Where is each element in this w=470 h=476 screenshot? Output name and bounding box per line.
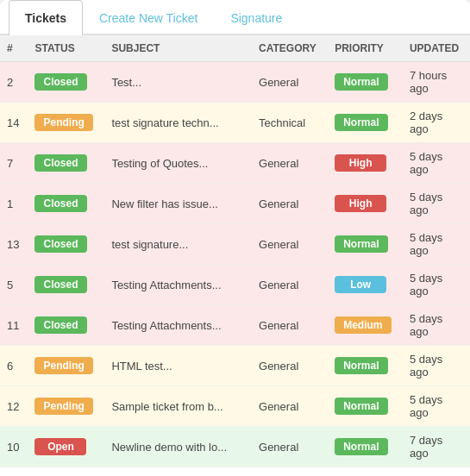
cell-subject: HTML test... xyxy=(104,346,252,386)
priority-badge: Normal xyxy=(335,398,387,415)
cell-category: General xyxy=(252,346,328,386)
table-row[interactable]: 1 Closed New filter has issue... General… xyxy=(0,184,470,224)
status-badge: Closed xyxy=(34,195,86,212)
cell-category: General xyxy=(252,184,328,224)
priority-badge: Medium xyxy=(335,316,391,334)
cell-id: 6 xyxy=(0,346,28,386)
status-badge: Pending xyxy=(34,398,92,415)
cell-subject: Sample ticket from b... xyxy=(104,386,252,427)
cell-subject: test signature techn... xyxy=(104,103,252,143)
cell-subject: Testing Attachments... xyxy=(104,305,252,346)
table-row[interactable]: 13 Closed test signature... General Norm… xyxy=(0,224,470,265)
cell-id: 14 xyxy=(0,103,28,143)
priority-badge: High xyxy=(335,195,386,212)
cell-updated: 5 days ago xyxy=(403,386,470,427)
priority-badge: Normal xyxy=(335,357,387,374)
table-row[interactable]: 11 Closed Testing Attachments... General… xyxy=(0,305,470,346)
table-body: 2 Closed Test... General Normal 7 hours … xyxy=(0,62,470,467)
cell-priority: Normal xyxy=(328,62,403,103)
cell-updated: 7 hours ago xyxy=(403,62,470,103)
status-badge: Open xyxy=(34,438,86,455)
cell-updated: 5 days ago xyxy=(403,305,470,346)
cell-subject: Testing of Quotes... xyxy=(104,143,252,184)
tab-bar: Tickets Create New Ticket Signature xyxy=(0,0,470,35)
tab-create-new-ticket[interactable]: Create New Ticket xyxy=(83,0,214,35)
cell-category: General xyxy=(252,386,328,427)
tab-signature[interactable]: Signature xyxy=(214,0,298,35)
cell-subject: test signature... xyxy=(104,224,252,265)
col-header-category: CATEGORY xyxy=(252,35,328,62)
status-badge: Closed xyxy=(34,316,86,334)
status-badge: Closed xyxy=(34,235,86,253)
cell-subject: Testing Attachments... xyxy=(104,265,252,305)
col-header-updated: UPDATED xyxy=(403,35,470,62)
cell-updated: 7 days ago xyxy=(403,427,470,467)
cell-updated: 5 days ago xyxy=(403,184,470,224)
cell-status: Closed xyxy=(28,224,104,265)
col-header-num: # xyxy=(0,35,28,62)
cell-updated: 5 days ago xyxy=(403,224,470,265)
cell-subject: Test... xyxy=(104,62,252,103)
pagination-bar: ← Newer 1 of 2 Pages Older → xyxy=(0,467,470,476)
status-badge: Closed xyxy=(34,276,86,293)
table-row[interactable]: 2 Closed Test... General Normal 7 hours … xyxy=(0,62,470,103)
cell-category: General xyxy=(252,265,328,305)
cell-id: 7 xyxy=(0,143,28,184)
cell-id: 12 xyxy=(0,386,28,427)
cell-category: General xyxy=(252,224,328,265)
cell-category: General xyxy=(252,305,328,346)
cell-id: 11 xyxy=(0,305,28,346)
table-header-row: # STATUS SUBJECT CATEGORY PRIORITY UPDAT… xyxy=(0,35,470,62)
cell-id: 5 xyxy=(0,265,28,305)
cell-category: General xyxy=(252,62,328,103)
priority-badge: Normal xyxy=(335,114,387,131)
col-header-priority: PRIORITY xyxy=(328,35,403,62)
cell-priority: Normal xyxy=(328,224,403,265)
cell-priority: High xyxy=(328,143,403,184)
priority-badge: Normal xyxy=(335,235,387,253)
status-badge: Pending xyxy=(34,357,92,374)
status-badge: Closed xyxy=(34,154,86,172)
cell-priority: Normal xyxy=(328,386,403,427)
cell-status: Pending xyxy=(28,386,104,427)
cell-priority: Normal xyxy=(328,427,403,467)
cell-id: 13 xyxy=(0,224,28,265)
priority-badge: High xyxy=(335,154,386,172)
col-header-subject: SUBJECT xyxy=(104,35,252,62)
cell-updated: 5 days ago xyxy=(403,143,470,184)
cell-status: Open xyxy=(28,427,104,467)
priority-badge: Normal xyxy=(335,438,387,455)
cell-category: General xyxy=(252,427,328,467)
table-row[interactable]: 14 Pending test signature techn... Techn… xyxy=(0,103,470,143)
cell-category: Technical xyxy=(252,103,328,143)
cell-priority: Medium xyxy=(328,305,403,346)
cell-id: 2 xyxy=(0,62,28,103)
col-header-status: STATUS xyxy=(28,35,104,62)
status-badge: Pending xyxy=(34,114,92,131)
tickets-container: Tickets Create New Ticket Signature # ST… xyxy=(0,0,470,476)
cell-status: Closed xyxy=(28,184,104,224)
cell-status: Closed xyxy=(28,265,104,305)
cell-priority: High xyxy=(328,184,403,224)
cell-category: General xyxy=(252,143,328,184)
table-row[interactable]: 10 Open Newline demo with lo... General … xyxy=(0,427,470,467)
table-row[interactable]: 6 Pending HTML test... General Normal 5 … xyxy=(0,346,470,386)
status-badge: Closed xyxy=(34,73,86,91)
tickets-table: # STATUS SUBJECT CATEGORY PRIORITY UPDAT… xyxy=(0,35,470,467)
tab-tickets[interactable]: Tickets xyxy=(9,0,83,35)
cell-updated: 5 days ago xyxy=(403,346,470,386)
priority-badge: Low xyxy=(335,276,386,293)
cell-updated: 5 days ago xyxy=(403,265,470,305)
cell-status: Closed xyxy=(28,62,104,103)
table-row[interactable]: 5 Closed Testing Attachments... General … xyxy=(0,265,470,305)
priority-badge: Normal xyxy=(335,73,387,91)
cell-subject: Newline demo with lo... xyxy=(104,427,252,467)
cell-priority: Normal xyxy=(328,346,403,386)
cell-status: Pending xyxy=(28,346,104,386)
cell-id: 1 xyxy=(0,184,28,224)
table-row[interactable]: 12 Pending Sample ticket from b... Gener… xyxy=(0,386,470,427)
cell-priority: Low xyxy=(328,265,403,305)
cell-subject: New filter has issue... xyxy=(104,184,252,224)
table-row[interactable]: 7 Closed Testing of Quotes... General Hi… xyxy=(0,143,470,184)
cell-status: Pending xyxy=(28,103,104,143)
